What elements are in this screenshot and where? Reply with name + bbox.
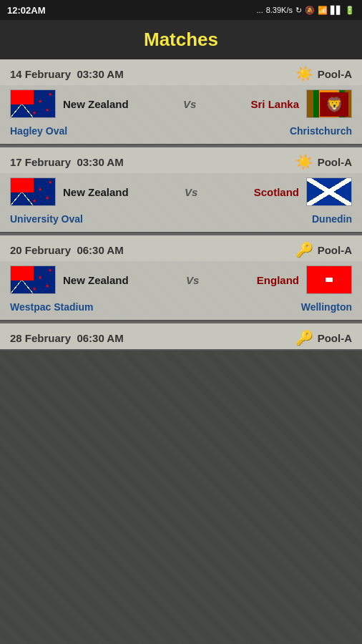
flag-england-3 [306, 265, 352, 294]
match-date-1: 14 February 03:30 AM [10, 68, 124, 80]
venue-city-3: Wellington [301, 301, 352, 313]
nz-union-jack-2 [11, 178, 34, 192]
match-card-2[interactable]: 17 February 03:30 AM ☀️ Pool-A ★ ★ ★ ★ N… [0, 147, 362, 233]
vs-3: Vs [129, 274, 257, 286]
match-header-2: 17 February 03:30 AM ☀️ Pool-A [0, 147, 362, 173]
match-card-1[interactable]: 14 February 03:30 AM ☀️ Pool-A ★ ★ ★ ★ N… [0, 59, 362, 145]
page-title: Matches [144, 29, 218, 50]
match-header-3: 20 February 06:30 AM 🔑 Pool-A [0, 235, 362, 261]
status-time: 12:02AM [7, 5, 45, 16]
team1-name-3: New Zealand [63, 274, 129, 286]
match-teams-2: ★ ★ ★ ★ New Zealand Vs Scotland [0, 173, 362, 210]
signal-bars-icon: ▋▋ [331, 6, 342, 15]
match-pool-area-1: ☀️ Pool-A [295, 65, 352, 82]
match-pool-area-4: 🔑 Pool-A [295, 329, 352, 346]
vs-2: Vs [129, 186, 254, 198]
sl-inner-1: 🦁 [320, 92, 348, 117]
venue-name-3: Westpac Stadium [10, 301, 93, 313]
match-card-4[interactable]: 28 February 06:30 AM 🔑 Pool-A [0, 323, 362, 351]
match-card-3[interactable]: 20 February 06:30 AM 🔑 Pool-A ★ ★ ★ ★ Ne… [0, 235, 362, 321]
pool-label-3: Pool-A [318, 244, 352, 256]
pool-label-4: Pool-A [318, 332, 352, 344]
venue-city-2: Dunedin [312, 213, 352, 225]
weather-icon-2: ☀️ [295, 153, 313, 170]
team1-3: ★ ★ ★ ★ New Zealand [10, 265, 129, 294]
match-teams-3: ★ ★ ★ ★ New Zealand Vs England [0, 261, 362, 298]
venue-name-1: Hagley Oval [10, 125, 67, 137]
team2-name-2: Scotland [254, 186, 299, 198]
status-icons: ... 8.39K/s ↻ 🔕 📶 ▋▋ 🔋 [257, 6, 355, 15]
match-pool-area-2: ☀️ Pool-A [295, 153, 352, 170]
flag-sl-1: 🦁 [306, 89, 352, 118]
nz-union-jack-1 [11, 90, 34, 104]
flag-nz-2: ★ ★ ★ ★ [10, 177, 56, 206]
status-bar: 12:02AM ... 8.39K/s ↻ 🔕 📶 ▋▋ 🔋 [0, 0, 362, 20]
pool-label-2: Pool-A [318, 156, 352, 168]
flag-nz-3: ★ ★ ★ ★ [10, 265, 56, 294]
venue-name-2: University Oval [10, 213, 83, 225]
match-date-3: 20 February 06:30 AM [10, 244, 124, 256]
speed-indicator: 8.39K/s [266, 6, 293, 14]
mute-icon: 🔕 [305, 6, 315, 15]
team1-2: ★ ★ ★ ★ New Zealand [10, 177, 129, 206]
match-teams-1: ★ ★ ★ ★ New Zealand Vs 🦁 Sri Lanka [0, 85, 362, 122]
team2-name-1: Sri Lanka [250, 98, 299, 110]
sync-icon: ↻ [295, 6, 302, 15]
match-venue-2: University Oval Dunedin [0, 210, 362, 232]
nz-union-jack-3 [11, 266, 34, 280]
team2-2: Scotland [254, 177, 352, 206]
pool-label-1: Pool-A [318, 68, 352, 80]
venue-city-1: Christchurch [290, 125, 352, 137]
match-pool-area-3: 🔑 Pool-A [295, 241, 352, 258]
match-header-4: 28 February 06:30 AM 🔑 Pool-A [0, 323, 362, 349]
signal-icon: ... [257, 6, 263, 14]
match-venue-3: Westpac Stadium Wellington [0, 298, 362, 320]
flag-scotland-2 [306, 177, 352, 206]
sl-lion-1: 🦁 [326, 96, 343, 113]
team1-name-1: New Zealand [63, 98, 129, 110]
match-header-1: 14 February 03:30 AM ☀️ Pool-A [0, 59, 362, 85]
team2-name-3: England [257, 274, 299, 286]
vs-1: Vs [129, 98, 251, 110]
match-date-4: 28 February 06:30 AM [10, 332, 124, 344]
team2-1: 🦁 Sri Lanka [250, 89, 352, 118]
team1-name-2: New Zealand [63, 186, 129, 198]
team1-1: ★ ★ ★ ★ New Zealand [10, 89, 129, 118]
app-header: Matches [0, 20, 362, 59]
battery-icon: 🔋 [345, 6, 355, 15]
flag-nz-1: ★ ★ ★ ★ [10, 89, 56, 118]
match-venue-1: Hagley Oval Christchurch [0, 122, 362, 144]
team2-3: England [257, 265, 352, 294]
wifi-icon: 📶 [318, 6, 328, 15]
matches-list: 14 February 03:30 AM ☀️ Pool-A ★ ★ ★ ★ N… [0, 59, 362, 644]
weather-icon-3: 🔑 [295, 241, 313, 258]
weather-icon-1: ☀️ [295, 65, 313, 82]
weather-icon-4: 🔑 [295, 329, 313, 346]
match-date-2: 17 February 03:30 AM [10, 156, 124, 168]
